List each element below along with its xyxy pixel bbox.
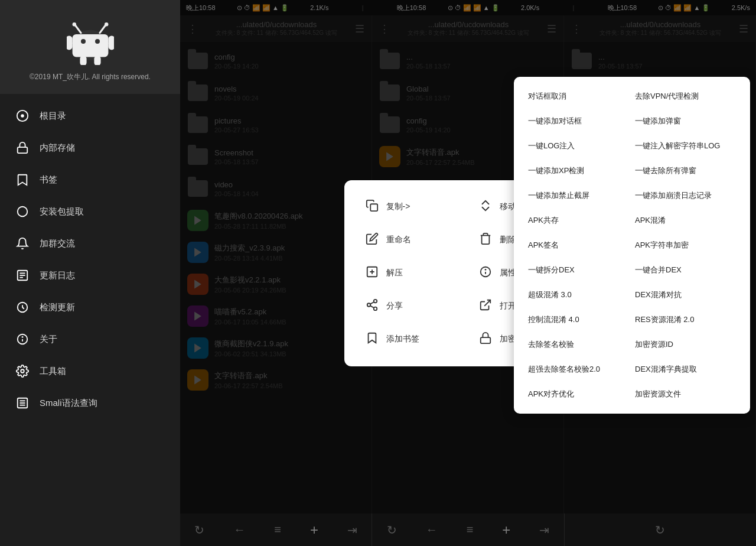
sidebar: ©2019 MT_吹牛儿. All rights reserved. 根目录 内… [0,0,180,546]
sidebar-icon-apk [15,204,30,219]
right-menu-col2-7: 一键合并DEX [635,265,736,275]
svg-point-15 [18,207,28,217]
right-menu-item-0[interactable]: 对话框取消 去除VPN/代理检测 [514,84,750,109]
right-menu-item-4[interactable]: 一键添加禁止截屏 一键添加崩溃日志记录 [514,183,750,208]
menu-icon-rename [365,232,379,248]
menu-icon-encrypt [478,332,493,347]
sidebar-label-group: 加群交流 [40,238,75,249]
svg-point-36 [373,307,377,310]
sidebar-label-about: 关于 [40,334,57,345]
right-menu-col1-7: 一键拆分DEX [528,265,629,275]
sidebar-nav: 根目录 内部存储 书签 安装包提取 加群交流 更新日志 检测更新 关于 工具箱 … [0,94,180,546]
sidebar-header: ©2019 MT_吹牛儿. All rights reserved. [0,0,180,94]
menu-item-rename[interactable]: 重命名 [356,225,467,255]
right-menu-col2-1: 一键添加弹窗 [635,116,736,126]
sidebar-icon-group [15,236,30,251]
sidebar-icon-about [15,332,30,347]
menu-item-copy[interactable]: 复制-> [356,192,467,222]
right-menu-col1-12: APK对齐优化 [528,389,629,399]
menu-icon-delete [478,232,493,248]
sidebar-item-toolbox[interactable]: 工具箱 [0,355,180,387]
menu-label-copy: 复制-> [386,202,410,212]
right-menu-col1-0: 对话框取消 [528,91,629,102]
svg-line-38 [370,301,373,304]
right-menu-col1-8: 超级混淆 3.0 [528,290,629,300]
main-area: 晚上10:58 ⊙ ⏱ 📶 📶 ▲ 🔋 2.1K/s | 晚上10:58 ⊙ ⏱… [180,0,756,546]
menu-item-bookmark[interactable]: 添加书签 [356,324,467,355]
sidebar-label-storage: 内部存储 [40,142,75,154]
svg-line-39 [484,300,490,306]
right-menu-item-3[interactable]: 一键添加XP检测 一键去除所有弹窗 [514,158,750,183]
svg-rect-11 [94,56,100,65]
sidebar-icon-root [15,108,30,124]
sidebar-item-root[interactable]: 根目录 [0,100,180,132]
svg-rect-9 [108,35,114,50]
sidebar-item-smali[interactable]: Smali语法查询 [0,387,180,419]
right-menu-item-12[interactable]: APK对齐优化 加密资源文件 [514,382,750,407]
svg-line-1 [75,25,81,33]
sidebar-icon-bookmark [15,172,30,187]
sidebar-item-bookmark[interactable]: 书签 [0,164,180,196]
sidebar-icon-changelog [15,268,30,283]
menu-icon-share [365,298,379,314]
right-context-menu: 对话框取消 去除VPN/代理检测 一键添加对话框 一键添加弹窗 一键LOG注入 … [514,77,750,414]
right-menu-item-9[interactable]: 控制流混淆 4.0 RES资源混淆 2.0 [514,307,750,332]
menu-icon-copy [365,199,379,215]
menu-label-bookmark: 添加书签 [386,334,419,344]
right-menu-col1-9: 控制流混淆 4.0 [528,314,629,325]
sidebar-item-apk[interactable]: 安装包提取 [0,196,180,228]
right-menu-item-10[interactable]: 去除签名校验 加密资源ID [514,332,750,357]
sidebar-icon-update [15,300,30,315]
right-menu-item-6[interactable]: APK签名 APK字符串加密 [514,233,750,258]
menu-label-share: 分享 [386,301,403,311]
right-menu-item-7[interactable]: 一键拆分DEX 一键合并DEX [514,258,750,282]
right-menu-item-8[interactable]: 超级混淆 3.0 DEX混淆对抗 [514,282,750,307]
sidebar-item-storage[interactable]: 内部存储 [0,132,180,164]
right-menu-col1-4: 一键添加禁止截屏 [528,190,629,201]
sidebar-item-group[interactable]: 加群交流 [0,228,180,259]
svg-rect-29 [370,204,377,211]
svg-point-13 [21,114,24,118]
sidebar-label-smali: Smali语法查询 [40,398,97,409]
right-menu-col1-1: 一键添加对话框 [528,116,629,126]
sidebar-label-apk: 安装包提取 [40,206,84,217]
svg-rect-14 [18,147,28,153]
svg-point-34 [373,299,377,303]
right-menu-item-11[interactable]: 超强去除签名校验2.0 DEX混淆字典提取 [514,357,750,382]
menu-icon-move [478,199,493,215]
svg-point-4 [105,22,108,26]
right-menu-item-1[interactable]: 一键添加对话框 一键添加弹窗 [514,109,750,134]
sidebar-item-update[interactable]: 检测更新 [0,291,180,323]
right-menu-col2-2: 一键注入解密字符串LOG [635,141,736,151]
right-menu-col1-2: 一键LOG注入 [528,141,629,151]
right-menu-item-5[interactable]: APK共存 APK混淆 [514,208,750,233]
sidebar-item-about[interactable]: 关于 [0,323,180,355]
right-menu-col2-5: APK混淆 [635,215,736,226]
right-menu-col2-0: 去除VPN/代理检测 [635,91,736,102]
right-menu-col1-6: APK签名 [528,240,629,251]
right-menu-item-2[interactable]: 一键LOG注入 一键注入解密字符串LOG [514,134,750,158]
svg-line-3 [100,25,106,33]
sidebar-item-changelog[interactable]: 更新日志 [0,259,180,291]
menu-item-share[interactable]: 分享 [356,291,467,321]
menu-label-rename: 重命名 [386,235,411,245]
svg-point-2 [72,22,76,26]
sidebar-label-bookmark: 书签 [40,174,57,186]
sidebar-icon-smali [15,395,30,411]
right-menu-col2-11: DEX混淆字典提取 [635,364,736,375]
menu-icon-openWith [478,298,493,314]
menu-icon-extract [365,265,379,281]
menu-icon-bookmark [365,332,379,347]
sidebar-label-changelog: 更新日志 [40,270,75,281]
sidebar-copyright: ©2019 MT_吹牛儿. All rights reserved. [30,72,151,82]
right-menu-col2-6: APK字符串加密 [635,240,736,251]
right-menu-col2-8: DEX混淆对抗 [635,290,736,300]
svg-rect-10 [80,56,86,65]
svg-line-37 [370,306,373,308]
right-menu-col1-5: APK共存 [528,215,629,226]
menu-item-extract[interactable]: 解压 [356,258,467,288]
android-logo-icon [67,18,114,65]
right-menu-col2-12: 加密资源文件 [635,389,736,399]
right-menu-col2-9: RES资源混淆 2.0 [635,314,736,325]
svg-point-35 [367,303,370,307]
